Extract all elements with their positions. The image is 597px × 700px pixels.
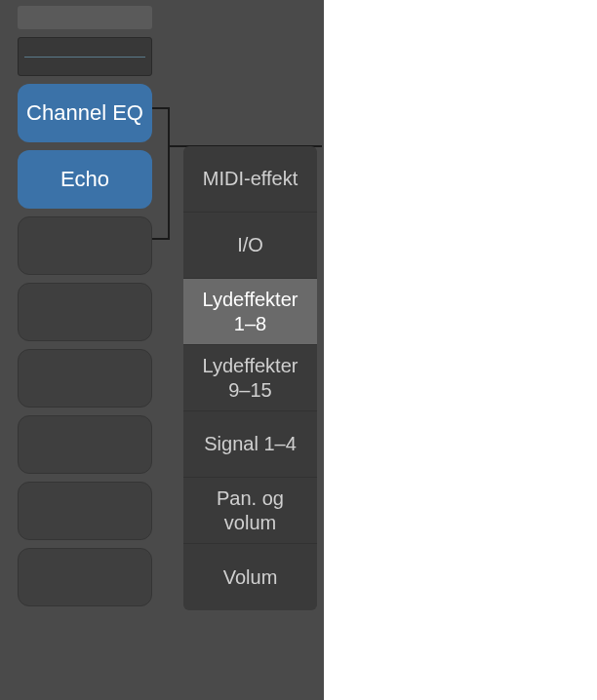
empty-effect-slot[interactable] xyxy=(18,548,152,606)
empty-effect-slot[interactable] xyxy=(18,482,152,540)
menu-midi-effect[interactable]: MIDI-effekt xyxy=(183,146,317,213)
menu-io[interactable]: I/O xyxy=(183,213,317,279)
menu-column: MIDI-effekt I/O Lydeffekter 1–8 Lydeffek… xyxy=(183,146,317,610)
empty-effect-slot[interactable] xyxy=(18,283,152,341)
empty-effect-slot[interactable] xyxy=(18,349,152,408)
menu-audio-effects-1-8[interactable]: Lydeffekter 1–8 xyxy=(183,279,317,345)
menu-signal-1-4[interactable]: Signal 1–4 xyxy=(183,411,317,478)
empty-effect-slot[interactable] xyxy=(18,415,152,474)
menu-volume[interactable]: Volum xyxy=(183,544,317,610)
menu-pan-volume[interactable]: Pan. og volum xyxy=(183,478,317,544)
menu-audio-effects-9-15[interactable]: Lydeffekter 9–15 xyxy=(183,345,317,411)
empty-effect-slot[interactable] xyxy=(18,216,152,275)
